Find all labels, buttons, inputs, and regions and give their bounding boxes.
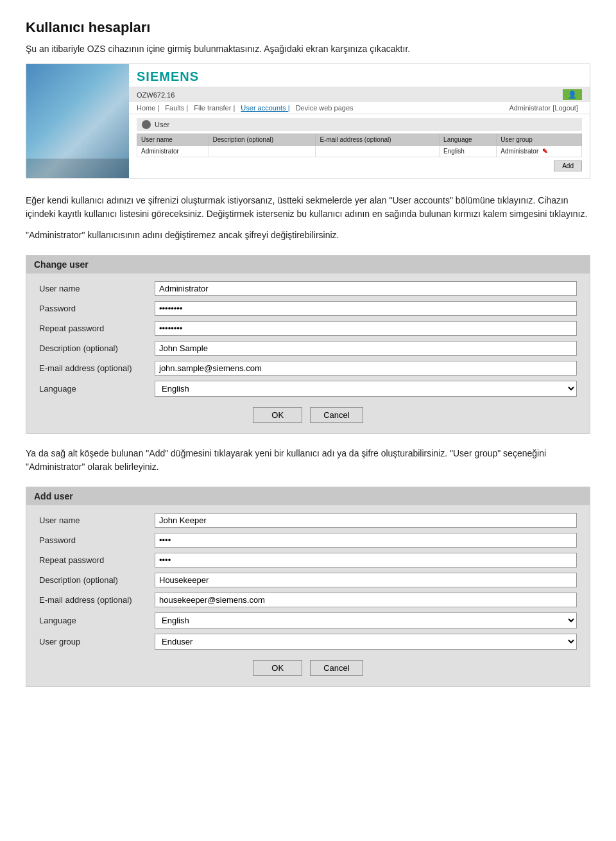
siemens-bg-image [26,64,129,178]
nav-device-web: Device web pages [296,104,354,112]
cell-usergroup: Administrator ✎ [497,146,582,157]
col-email: E-mail address (optional) [316,134,440,146]
label-language: Language [39,384,155,394]
input-description[interactable] [155,341,577,356]
siemens-nav-links: Home | Faults | File transfer | User acc… [137,104,357,112]
change-user-buttons: OK Cancel [39,402,577,426]
label-repeat-password: Repeat password [39,324,155,333]
add-label-username: User name [39,516,155,525]
add-row-password: Password [39,533,577,548]
nav-home: Home | [137,104,159,112]
row-email: E-mail address (optional) [39,361,577,376]
siemens-screenshot: SIEMENS OZW672.16 👤 Home | Faults | File… [26,64,590,178]
add-label-description: Description (optional) [39,575,155,585]
col-usergroup: User group [497,134,582,146]
add-input-username[interactable] [155,513,577,528]
input-username[interactable] [155,281,577,296]
body-para4: Ya da sağ alt köşede bulunan "Add" düğme… [26,447,590,474]
add-select-usergroup[interactable]: Enduser Administrator [155,634,577,650]
siemens-logo: SIEMENS [137,69,199,83]
col-language: Language [440,134,497,146]
add-input-password[interactable] [155,533,577,548]
change-user-form: Change user User name Password Repeat pa… [26,255,590,434]
add-button[interactable]: Add [554,160,582,171]
input-repeat-password[interactable] [155,321,577,336]
cell-username: Administrator [137,146,209,157]
add-user-form: Add user User name Password Repeat passw… [26,487,590,687]
cell-description [209,146,316,157]
add-user-body: User name Password Repeat password Descr… [26,505,590,686]
add-input-description[interactable] [155,573,577,587]
row-language: Language English [39,381,577,397]
label-email: E-mail address (optional) [39,363,155,373]
select-language[interactable]: English [155,381,577,397]
label-password: Password [39,304,155,313]
add-user-cancel-button[interactable]: Cancel [310,660,363,676]
row-password: Password [39,301,577,316]
section-label: User [155,121,169,128]
add-row-language: Language English [39,612,577,629]
device-name: OZW672.16 [137,91,175,99]
label-description: Description (optional) [39,343,155,353]
row-repeat-password: Repeat password [39,321,577,336]
page-title: Kullanıcı hesapları [26,19,590,36]
change-user-title: Change user [26,256,590,273]
label-username: User name [39,284,155,293]
change-user-ok-button[interactable]: OK [253,407,302,423]
add-input-email[interactable] [155,593,577,607]
add-row-usergroup: User group Enduser Administrator [39,634,577,650]
add-row-repeat-password: Repeat password [39,553,577,568]
add-row-email: E-mail address (optional) [39,593,577,607]
input-email[interactable] [155,361,577,376]
logout-label: Administrator [Logout] [509,104,578,112]
add-label-password: Password [39,535,155,545]
table-row: Administrator English Administrator ✎ [137,146,582,157]
row-username: User name [39,281,577,296]
add-input-repeat-password[interactable] [155,553,577,568]
add-label-usergroup: User group [39,637,155,646]
cell-email [316,146,440,157]
change-user-body: User name Password Repeat password Descr… [26,273,590,433]
person-icon [142,120,151,129]
body-para2: Eğer kendi kullanıcı adınızı ve şifreniz… [26,194,590,221]
add-select-language[interactable]: English [155,612,577,629]
input-password[interactable] [155,301,577,316]
cell-language: English [440,146,497,157]
add-user-ok-button[interactable]: OK [253,660,302,676]
add-label-language: Language [39,616,155,625]
add-row-description: Description (optional) [39,573,577,587]
body-para3: "Administrator" kullanıcısının adını değ… [26,229,590,242]
nav-file-transfer: File transfer | [194,104,235,112]
add-user-title: Add user [26,487,590,505]
row-description: Description (optional) [39,341,577,356]
add-label-email: E-mail address (optional) [39,595,155,605]
change-user-cancel-button[interactable]: Cancel [310,407,363,423]
add-label-repeat-password: Repeat password [39,555,155,565]
nav-faults: Faults | [165,104,188,112]
add-row-username: User name [39,513,577,528]
add-user-buttons: OK Cancel [39,655,577,679]
users-table: User name Description (optional) E-mail … [137,134,582,157]
nav-user-accounts: User accounts | [241,104,289,112]
intro-para1: Şu an itibariyle OZS cihazının içine gir… [26,42,590,56]
device-icon-btn: 👤 [563,89,582,100]
col-description: Description (optional) [209,134,316,146]
siemens-panel: SIEMENS OZW672.16 👤 Home | Faults | File… [129,64,590,178]
col-username: User name [137,134,209,146]
